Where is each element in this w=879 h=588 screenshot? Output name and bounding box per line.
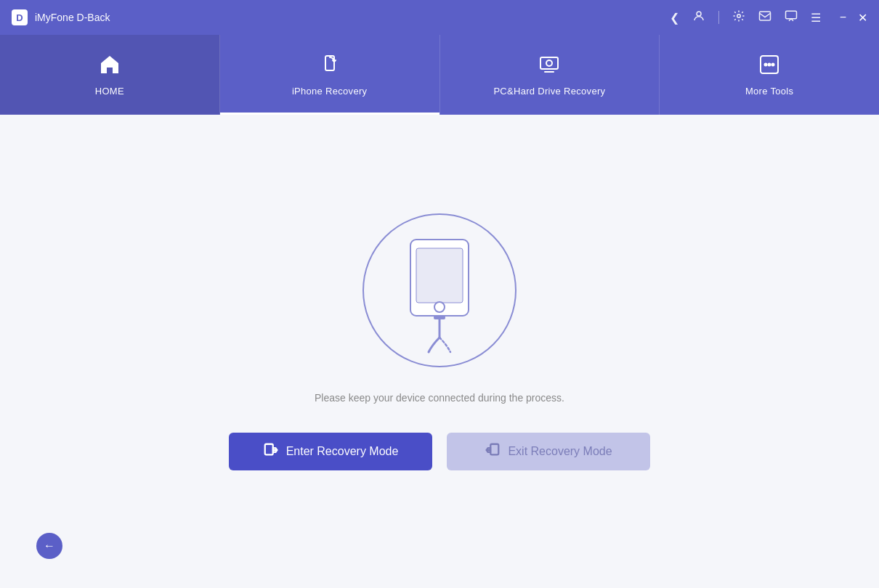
chat-icon[interactable] [785, 9, 798, 25]
title-bar: D iMyFone D-Back ❮ [0, 0, 879, 35]
iphone-recovery-icon [318, 53, 341, 80]
tab-iphone-recovery-label: iPhone Recovery [292, 86, 368, 97]
content-wrapper: Please keep your device connected during… [229, 211, 650, 470]
gear-icon[interactable] [732, 9, 745, 25]
home-icon [98, 53, 121, 80]
svg-point-9 [765, 64, 767, 66]
minimize-icon[interactable]: − [840, 11, 846, 24]
mail-icon[interactable] [758, 9, 771, 25]
window-controls: − ✕ [840, 11, 867, 25]
nav-tabs: HOME iPhone Recovery PC&Hard Drive Recov… [0, 35, 879, 115]
exit-recovery-button[interactable]: Exit Recovery Mode [447, 433, 650, 470]
tab-pc-recovery[interactable]: PC&Hard Drive Recovery [440, 35, 660, 115]
enter-icon [263, 442, 279, 462]
back-button[interactable]: ← [36, 533, 62, 559]
menu-icon[interactable]: ☰ [811, 11, 821, 25]
svg-rect-18 [264, 444, 272, 454]
device-illustration [360, 211, 519, 370]
svg-point-1 [737, 15, 740, 18]
tab-iphone-recovery[interactable]: iPhone Recovery [220, 35, 440, 115]
close-icon[interactable]: ✕ [858, 11, 867, 25]
enter-recovery-label: Enter Recovery Mode [286, 445, 399, 458]
title-bar-actions: ❮ ☰ − [670, 9, 867, 25]
hint-text: Please keep your device connected during… [315, 392, 564, 404]
pc-recovery-icon [538, 53, 561, 80]
user-icon[interactable] [692, 9, 705, 25]
exit-recovery-label: Exit Recovery Mode [508, 445, 612, 458]
back-arrow-icon: ← [44, 539, 55, 552]
svg-rect-20 [491, 444, 499, 454]
svg-point-0 [697, 12, 701, 16]
main-content: Please keep your device connected during… [0, 115, 879, 588]
tab-more-tools[interactable]: More Tools [660, 35, 879, 115]
tab-pc-recovery-label: PC&Hard Drive Recovery [493, 86, 605, 97]
svg-rect-2 [759, 12, 770, 20]
buttons-row: Enter Recovery Mode Exit Recovery Mode [229, 433, 650, 470]
svg-point-6 [546, 60, 552, 66]
svg-rect-5 [540, 57, 558, 69]
app-title: iMyFone D-Back [35, 12, 670, 23]
share-icon[interactable]: ❮ [670, 11, 679, 25]
app-logo: D [12, 9, 28, 25]
svg-rect-14 [416, 248, 463, 303]
tab-home-label: HOME [95, 86, 124, 97]
enter-recovery-button[interactable]: Enter Recovery Mode [229, 433, 432, 470]
exit-icon [485, 442, 501, 462]
divider [718, 11, 719, 24]
svg-point-10 [769, 64, 771, 66]
tab-home[interactable]: HOME [0, 35, 220, 115]
tab-more-tools-label: More Tools [745, 86, 793, 97]
more-tools-icon [758, 53, 781, 80]
svg-rect-3 [785, 11, 796, 19]
svg-point-11 [772, 64, 774, 66]
svg-point-15 [434, 302, 445, 312]
